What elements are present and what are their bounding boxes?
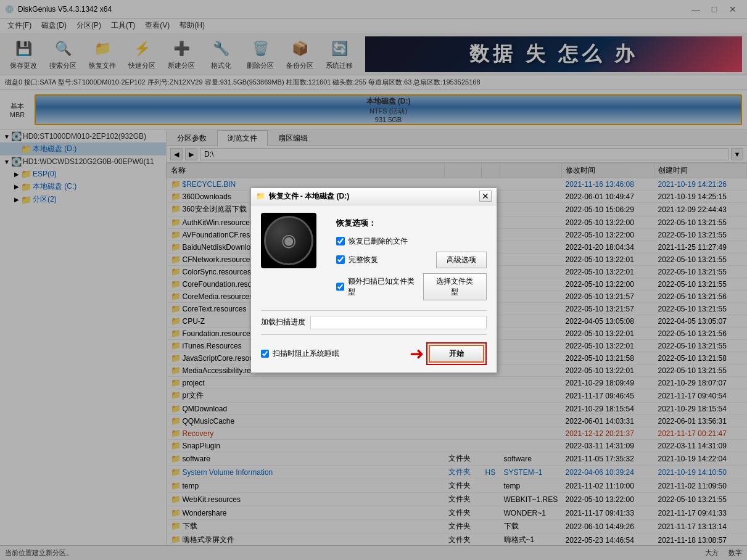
dialog-options-section: 恢复选项： 恢复已删除的文件 完整恢复 高级选项 xyxy=(336,213,487,305)
dialog-titlebar: 📁 恢复文件 - 本地磁盘 (D:) ✕ xyxy=(251,188,497,205)
red-arrow-icon: ➜ xyxy=(410,344,424,364)
checkbox-complete[interactable] xyxy=(336,255,345,264)
dialog-title-text: 恢复文件 - 本地磁盘 (D:) xyxy=(269,191,350,202)
dialog-divider2 xyxy=(261,334,487,335)
start-button-wrapper: 开始 xyxy=(426,342,487,365)
dialog-section-title: 恢复选项： xyxy=(336,218,487,229)
dialog-logo: ◉ xyxy=(261,213,316,268)
dialog-divider xyxy=(261,310,487,311)
filetype-row: 额外扫描已知文件类型 选择文件类型 xyxy=(336,273,487,300)
load-scan-row: 加载扫描进度 xyxy=(261,316,487,329)
checkbox-sleep[interactable] xyxy=(261,350,269,358)
load-scan-label: 加载扫描进度 xyxy=(261,317,305,327)
dialog-option-filetype: 额外扫描已知文件类型 xyxy=(336,276,418,297)
label-deleted: 恢复已删除的文件 xyxy=(349,236,408,247)
footer-sleep-label: 扫描时阻止系统睡眠 xyxy=(273,348,339,359)
checkbox-filetype[interactable] xyxy=(336,282,344,291)
advanced-options-button[interactable]: 高级选项 xyxy=(436,252,487,268)
label-filetype: 额外扫描已知文件类型 xyxy=(348,276,418,297)
dialog-option-complete: 完整恢复 xyxy=(336,255,378,265)
dialog-title-icon: 📁 xyxy=(256,192,265,200)
start-btn-area: ➜ 开始 xyxy=(410,342,487,365)
dialog-close-button[interactable]: ✕ xyxy=(479,191,492,202)
dialog-body: ◉ 恢复选项： 恢复已删除的文件 完整恢复 高级选项 xyxy=(251,205,497,373)
label-complete: 完整恢复 xyxy=(349,255,378,265)
dialog-title-left: 📁 恢复文件 - 本地磁盘 (D:) xyxy=(256,191,350,202)
footer-sleep-option: 扫描时阻止系统睡眠 xyxy=(261,348,339,359)
dialog-option-deleted: 恢复已删除的文件 xyxy=(336,236,487,247)
dialog-footer: 扫描时阻止系统睡眠 ➜ 开始 xyxy=(261,342,487,365)
dialog-overlay: 📁 恢复文件 - 本地磁盘 (D:) ✕ ◉ 恢复选项： 恢复已删除的文件 xyxy=(0,0,747,560)
restore-dialog: 📁 恢复文件 - 本地磁盘 (D:) ✕ ◉ 恢复选项： 恢复已删除的文件 xyxy=(250,187,497,373)
select-filetype-button[interactable]: 选择文件类型 xyxy=(423,273,487,300)
complete-restore-row: 完整恢复 高级选项 xyxy=(336,252,487,268)
load-scan-input[interactable] xyxy=(310,316,487,329)
start-button[interactable]: 开始 xyxy=(429,345,484,363)
checkbox-deleted[interactable] xyxy=(336,237,345,245)
